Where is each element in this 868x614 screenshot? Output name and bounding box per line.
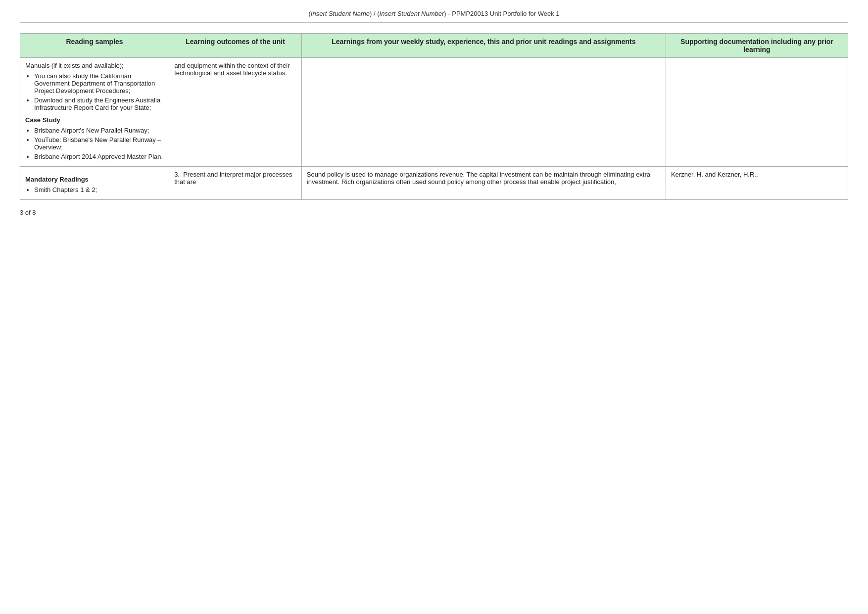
table-row: Manuals (if it exists and available); Yo…: [20, 58, 848, 167]
bullet-californian: You can also study the Californian Gover…: [34, 72, 164, 94]
row1-learning: and equipment within the context of thei…: [169, 58, 302, 167]
table-row: Mandatory Readings Smith Chapters 1 & 2;…: [20, 167, 848, 200]
bullet-engineers: Download and study the Engineers Austral…: [34, 96, 164, 111]
row1-supporting: [666, 58, 848, 167]
manuals-text: Manuals (if it exists and available);: [25, 62, 164, 69]
page-title: (Insert Student Name) / (Insert Student …: [308, 10, 559, 17]
learning-num-text: 3. Present and interpret major processes…: [174, 171, 296, 186]
col-header-reading: Reading samples: [20, 34, 169, 58]
row2-learning: 3. Present and interpret major processes…: [169, 167, 302, 200]
row1-learnings: [301, 58, 666, 167]
mandatory-readings-title: Mandatory Readings: [25, 176, 164, 183]
case-study-title: Case Study: [25, 116, 164, 124]
page-number: 3 of 8: [20, 209, 36, 216]
learnings-detail: Sound policy is used to manage organizat…: [307, 171, 661, 186]
row2-supporting: Kerzner, H. and Kerzner, H.R.,: [666, 167, 848, 200]
bullet-youtube: YouTube: Brisbane's New Parallel Runway …: [34, 136, 164, 151]
page-footer: 3 of 8: [20, 209, 848, 216]
col-header-learning: Learning outcomes of the unit: [169, 34, 302, 58]
bullet-smith-chapters: Smith Chapters 1 & 2;: [34, 186, 164, 193]
bullet-brisbane-airport: Brisbane Airport's New Parallel Runway;: [34, 127, 164, 134]
row1-reading: Manuals (if it exists and available); Yo…: [20, 58, 169, 167]
supporting-detail: Kerzner, H. and Kerzner, H.R.,: [671, 171, 843, 178]
col-header-learnings: Learnings from your weekly study, experi…: [301, 34, 666, 58]
learning-text: and equipment within the context of thei…: [174, 62, 296, 77]
col-header-supporting: Supporting documentation including any p…: [666, 34, 848, 58]
row2-reading: Mandatory Readings Smith Chapters 1 & 2;: [20, 167, 169, 200]
page-header: (Insert Student Name) / (Insert Student …: [20, 10, 848, 23]
bullet-brisbane-master: Brisbane Airport 2014 Approved Master Pl…: [34, 153, 164, 160]
main-table: Reading samples Learning outcomes of the…: [20, 33, 848, 200]
row2-learnings: Sound policy is used to manage organizat…: [301, 167, 666, 200]
